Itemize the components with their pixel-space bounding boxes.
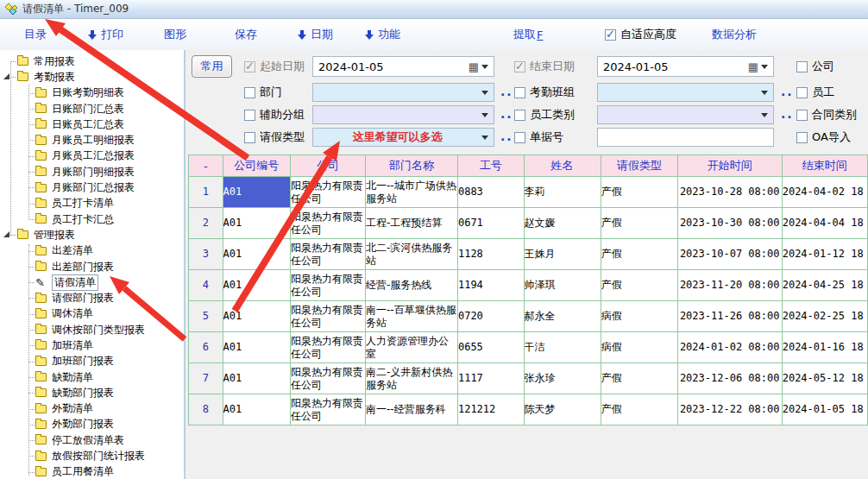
cell-company[interactable]: 阳泉热力有限责任公司	[290, 394, 365, 425]
sidebar-item[interactable]: 员工打卡汇总	[0, 211, 184, 227]
sidebar-item[interactable]: 员工打卡清单	[0, 196, 184, 211]
sidebar-item[interactable]: 考勤报表	[0, 69, 184, 85]
cell-department[interactable]: 南一--经营服务科	[366, 394, 458, 425]
cell-department[interactable]: 南二-义井新村供热服务站	[366, 363, 458, 394]
sidebar-item[interactable]: 停工放假清单表	[0, 432, 184, 448]
cell-end[interactable]: 2024-01-16 18	[782, 332, 867, 363]
cell-company-code[interactable]: A01	[223, 177, 290, 208]
cell-emp-no[interactable]: 121212	[457, 394, 524, 425]
cell-end[interactable]: 2024-04-04 18	[782, 208, 867, 239]
cell-company[interactable]: 阳泉热力有限责任公司	[290, 239, 365, 270]
sidebar-item[interactable]: 放假按部门统计报表	[0, 448, 184, 463]
cell-company-code[interactable]: A01	[223, 301, 290, 332]
menu-graphic[interactable]: 图形	[164, 27, 186, 42]
cell-emp-no[interactable]: 1194	[457, 270, 524, 301]
sidebar-item[interactable]: 员工用餐清单	[0, 464, 184, 479]
department-checkbox[interactable]	[244, 87, 255, 98]
cell-emp-no[interactable]: 1128	[457, 239, 524, 270]
cell-name[interactable]: 张永珍	[524, 363, 601, 394]
cell-leave-type[interactable]: 产假	[601, 208, 677, 239]
sidebar-item[interactable]: 请假部门报表	[0, 290, 184, 306]
cell-company[interactable]: 阳泉热力有限责任公司	[290, 177, 365, 208]
expander-icon[interactable]	[3, 231, 9, 237]
sidebar-item[interactable]: 调休按部门类型报表	[0, 322, 184, 337]
row-number-cell[interactable]: 7	[189, 363, 223, 394]
cell-end[interactable]: 2024-04-02 18	[782, 177, 867, 208]
cell-leave-type[interactable]: 产假	[601, 270, 677, 301]
department-select[interactable]	[312, 83, 494, 102]
sidebar-item-selected[interactable]: ✎请假清单	[0, 274, 184, 290]
row-number-cell[interactable]: 4	[189, 270, 223, 301]
cell-end[interactable]: 2024-01-12 18	[782, 239, 867, 270]
sidebar-item[interactable]: 加班清单	[0, 337, 184, 353]
start-date-input[interactable]: 2024-01-05 ▦	[312, 56, 494, 77]
row-number-cell[interactable]: 6	[189, 332, 223, 363]
cell-start[interactable]: 2023-12-06 08:00	[677, 363, 782, 394]
end-date-input[interactable]: 2024-01-05 ▦	[597, 56, 774, 77]
aux-group-select[interactable]	[312, 105, 494, 124]
column-header[interactable]: 公司编号	[223, 155, 290, 177]
column-header[interactable]: -	[189, 155, 223, 177]
cell-company-code[interactable]: A01	[223, 363, 290, 394]
sidebar-item[interactable]: 管理报表	[0, 227, 184, 243]
cell-company-code[interactable]: A01	[223, 394, 290, 425]
cell-end[interactable]: 2024-02-25 18	[782, 301, 867, 332]
cell-start[interactable]: 2023-10-07 08:00	[677, 239, 782, 270]
cell-end[interactable]: 2024-05-12 18	[782, 363, 867, 394]
cell-start[interactable]: 2023-10-30 08:00	[677, 208, 782, 239]
column-header[interactable]: 开始时间	[677, 155, 782, 177]
cell-name[interactable]: 帅泽琪	[524, 270, 601, 301]
cell-start[interactable]: 2023-11-20 08:00	[677, 270, 782, 301]
company-checkbox[interactable]	[796, 61, 808, 72]
menu-date[interactable]: 日期	[298, 27, 333, 42]
sidebar-item[interactable]: 常用报表	[0, 54, 184, 69]
cell-leave-type[interactable]: 产假	[601, 363, 677, 394]
sidebar-item[interactable]: 月账部门汇总报表	[0, 180, 184, 195]
cell-end[interactable]: 2024-04-25 18	[782, 270, 867, 301]
cell-department[interactable]: 人力资源管理办公室	[366, 332, 458, 363]
cell-start[interactable]: 2023-12-22 08:00	[677, 394, 782, 425]
cell-emp-no[interactable]: 0720	[457, 301, 524, 332]
sidebar-item[interactable]: 外勤清单	[0, 401, 184, 417]
auto-height-checkbox[interactable]	[605, 29, 616, 41]
cell-name[interactable]: 李莉	[524, 177, 601, 208]
employee-checkbox[interactable]	[796, 87, 808, 98]
doc-no-input[interactable]	[597, 128, 774, 147]
menu-catalog[interactable]: 目录	[24, 27, 47, 42]
sidebar-item[interactable]: 缺勤清单	[0, 369, 184, 385]
sidebar-item[interactable]: 日账考勤明细表	[0, 85, 184, 101]
cell-emp-no[interactable]: 0671	[457, 208, 524, 239]
doc-no-checkbox[interactable]	[514, 132, 525, 143]
cell-leave-type[interactable]: 产假	[601, 394, 677, 425]
cell-start[interactable]: 2024-01-02 08:00	[677, 332, 782, 363]
cell-company-code[interactable]: A01	[223, 239, 290, 270]
menu-extract[interactable]: 提取F	[513, 27, 543, 42]
sidebar-item[interactable]: 月账部门明细报表	[0, 164, 184, 180]
cell-department[interactable]: 工程-工程预结算	[366, 208, 458, 239]
cell-start[interactable]: 2023-11-26 08:00	[677, 301, 782, 332]
menu-functions[interactable]: 功能	[365, 27, 400, 42]
cell-name[interactable]: 赵文媛	[524, 208, 601, 239]
attendance-group-checkbox[interactable]	[514, 87, 525, 98]
leave-type-select[interactable]: 这里希望可以多选	[312, 128, 494, 147]
cell-name[interactable]: 干洁	[524, 332, 601, 363]
cell-company[interactable]: 阳泉热力有限责任公司	[290, 270, 365, 301]
cell-company[interactable]: 阳泉热力有限责任公司	[290, 208, 365, 239]
attendance-group-range-button[interactable]: ..	[781, 85, 794, 98]
sidebar-item[interactable]: 月账员工明细报表	[0, 132, 184, 148]
common-button[interactable]: 常用	[192, 55, 232, 78]
cell-company-code[interactable]: A01	[223, 332, 290, 363]
cell-emp-no[interactable]: 0655	[457, 332, 524, 363]
cell-department[interactable]: 北二-滨河供热服务站	[366, 239, 458, 270]
sidebar-item[interactable]: 月账员工汇总报表	[0, 148, 184, 164]
row-number-cell[interactable]: 3	[189, 239, 223, 270]
cell-company[interactable]: 阳泉热力有限责任公司	[290, 301, 365, 332]
column-header[interactable]: 姓名	[524, 155, 601, 177]
cell-company-code[interactable]: A01	[223, 270, 290, 301]
column-header[interactable]: 工号	[457, 155, 524, 177]
cell-department[interactable]: 北一--城市广场供热服务站	[366, 177, 458, 208]
expander-icon[interactable]	[3, 73, 9, 79]
sidebar-item[interactable]: 加班部门报表	[0, 354, 184, 369]
sidebar-item[interactable]: 缺勤部门报表	[0, 385, 184, 400]
cell-end[interactable]: 2024-01-05 18	[782, 394, 867, 425]
